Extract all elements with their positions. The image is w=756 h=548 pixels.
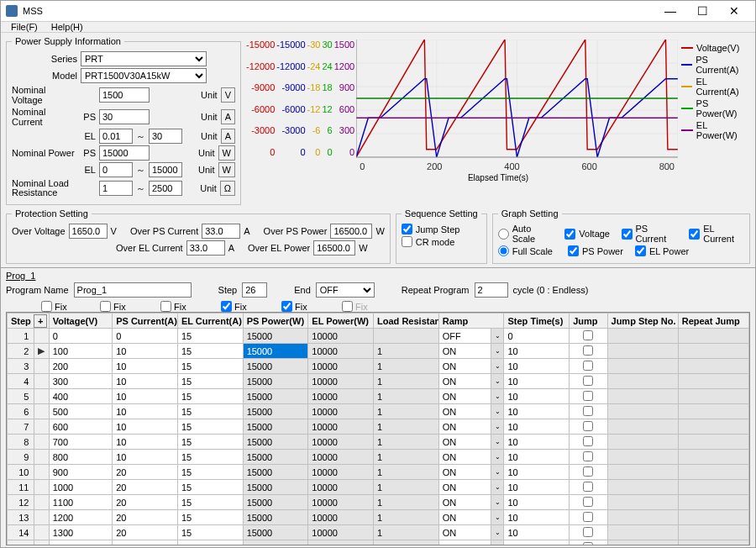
jump-cell[interactable] [570, 480, 607, 495]
load-res-cell[interactable]: 1 [374, 389, 439, 404]
ramp-dropdown-icon[interactable]: ⌄ [491, 359, 504, 374]
el-current-lo-input[interactable] [99, 129, 133, 144]
close-button[interactable]: ✕ [718, 1, 750, 21]
el-current-cell[interactable]: 15 [177, 374, 243, 389]
el-current-cell[interactable]: 15 [177, 480, 243, 495]
el-power-check[interactable] [635, 245, 646, 256]
ramp-cell[interactable]: ON [438, 510, 491, 525]
step-time-cell[interactable]: 10 [504, 359, 570, 374]
maximize-button[interactable]: ☐ [686, 1, 718, 21]
el-power-cell[interactable]: 10000 [308, 344, 374, 359]
step-time-cell[interactable]: 10 [504, 374, 570, 389]
el-current-cell[interactable]: 15 [177, 389, 243, 404]
load-res-cell[interactable]: 1 [374, 465, 439, 480]
step-time-cell[interactable]: 0 [504, 329, 570, 344]
jump-cell[interactable] [570, 374, 607, 389]
jump-cell[interactable] [570, 389, 607, 404]
ps-current-cell[interactable]: 20 [113, 465, 178, 480]
ramp-cell[interactable]: ON [438, 525, 491, 540]
voltage-cell[interactable]: 600 [49, 419, 113, 435]
ramp-cell[interactable]: ON [438, 344, 491, 359]
ps-current-cell[interactable]: 10 [113, 404, 178, 419]
ps-power-input[interactable] [99, 145, 150, 161]
load-res-cell[interactable]: 1 [374, 525, 439, 540]
repeat-jump-cell[interactable] [678, 344, 748, 359]
voltage-cell[interactable]: 200 [49, 359, 113, 374]
ramp-cell[interactable]: ON [438, 374, 491, 389]
el-current-cell[interactable]: 15 [177, 495, 243, 510]
load-res-cell[interactable]: 1 [374, 404, 439, 419]
el-current-cell[interactable]: 15 [177, 329, 243, 344]
ramp-cell[interactable]: ON [438, 495, 491, 510]
el-power-cell[interactable]: 10000 [308, 419, 374, 435]
ramp-dropdown-icon[interactable]: ⌄ [491, 389, 504, 404]
jump-cell[interactable] [570, 525, 607, 540]
voltage-cell[interactable]: 900 [49, 465, 113, 480]
load-res-cell[interactable]: 1 [374, 450, 439, 465]
ps-power-cell[interactable]: 15000 [243, 389, 308, 404]
repeat-jump-cell[interactable] [678, 525, 748, 540]
step-time-cell[interactable]: 10 [504, 435, 570, 450]
ps-power-check[interactable] [568, 245, 579, 256]
el-power-cell[interactable]: 10000 [308, 465, 374, 480]
jump-step-no-cell[interactable] [607, 480, 678, 495]
step-time-cell[interactable]: 10 [504, 344, 570, 359]
repeat-jump-cell[interactable] [678, 435, 748, 450]
el-power-lo-input[interactable] [99, 162, 133, 177]
jump-step-no-cell[interactable] [607, 389, 678, 404]
ramp-dropdown-icon[interactable]: ⌄ [491, 510, 504, 525]
voltage-cell[interactable]: 400 [49, 389, 113, 404]
ramp-dropdown-icon[interactable]: ⌄ [491, 540, 504, 546]
ramp-cell[interactable]: ON [438, 450, 491, 465]
repeat-jump-cell[interactable] [678, 510, 748, 525]
repeat-input[interactable] [475, 282, 508, 298]
el-power-cell[interactable]: 10000 [308, 389, 374, 404]
el-current-check[interactable] [689, 229, 700, 240]
jump-cell[interactable] [570, 510, 607, 525]
repeat-jump-cell[interactable] [678, 419, 748, 435]
el-power-cell[interactable]: 10000 [308, 540, 374, 546]
over-el-current-input[interactable] [186, 240, 225, 256]
voltage-cell[interactable]: 1000 [49, 480, 113, 495]
over-el-power-input[interactable] [313, 240, 355, 256]
el-power-cell[interactable]: 10000 [308, 450, 374, 465]
repeat-jump-cell[interactable] [678, 480, 748, 495]
jump-cell[interactable] [570, 540, 607, 546]
load-res-cell[interactable]: 1 [374, 344, 439, 359]
ps-power-cell[interactable]: 15000 [243, 480, 308, 495]
el-power-cell[interactable]: 10000 [308, 495, 374, 510]
repeat-jump-cell[interactable] [678, 404, 748, 419]
nominal-voltage-input[interactable] [99, 87, 150, 103]
ps-current-cell[interactable]: 0 [113, 329, 178, 344]
ramp-cell[interactable]: ON [438, 540, 491, 546]
ps-power-cell[interactable]: 15000 [243, 344, 308, 359]
load-res-cell[interactable]: 1 [374, 510, 439, 525]
el-current-cell[interactable]: 15 [177, 510, 243, 525]
menu-help[interactable]: Help(H) [45, 22, 90, 32]
ps-power-cell[interactable]: 15000 [243, 435, 308, 450]
el-current-cell[interactable]: 15 [177, 465, 243, 480]
ps-current-cell[interactable]: 20 [113, 480, 178, 495]
ramp-cell[interactable]: ON [438, 389, 491, 404]
load-res-cell[interactable]: 1 [374, 359, 439, 374]
ps-current-cell[interactable]: 10 [113, 435, 178, 450]
step-time-cell[interactable]: 10 [504, 495, 570, 510]
jump-step-no-cell[interactable] [607, 465, 678, 480]
repeat-jump-cell[interactable] [678, 374, 748, 389]
ramp-dropdown-icon[interactable]: ⌄ [491, 329, 504, 344]
fix-check-4[interactable] [281, 301, 292, 312]
el-power-cell[interactable]: 10000 [308, 329, 374, 344]
voltage-cell[interactable]: 0 [49, 329, 113, 344]
repeat-jump-cell[interactable] [678, 450, 748, 465]
el-current-cell[interactable]: 15 [177, 344, 243, 359]
jump-step-no-cell[interactable] [607, 344, 678, 359]
jump-step-no-cell[interactable] [607, 525, 678, 540]
el-current-hi-input[interactable] [149, 129, 182, 144]
ramp-cell[interactable]: OFF [438, 329, 491, 344]
step-time-cell[interactable]: 10 [504, 389, 570, 404]
fix-check-0[interactable] [41, 301, 52, 312]
cr-mode-check[interactable] [402, 236, 412, 247]
jump-cell[interactable] [570, 495, 607, 510]
over-ps-power-input[interactable] [330, 224, 372, 239]
el-power-cell[interactable]: 10000 [308, 374, 374, 389]
